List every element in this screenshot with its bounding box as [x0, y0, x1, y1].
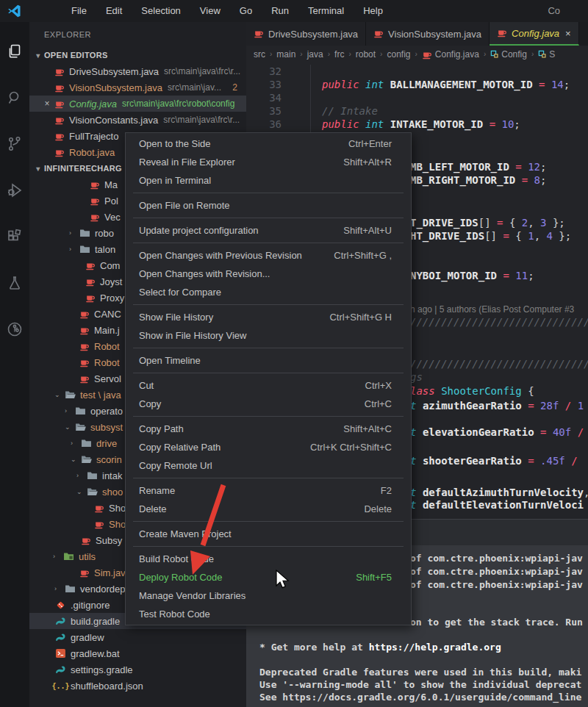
- json-icon: {..}: [54, 682, 67, 690]
- tab-close-icon[interactable]: ×: [565, 28, 571, 39]
- context-menu-item[interactable]: RenameF2: [126, 481, 411, 500]
- menubar-item-selection[interactable]: Selection: [132, 0, 190, 22]
- menubar-item-help[interactable]: Help: [354, 0, 392, 22]
- breadcrumb-label: config: [387, 49, 410, 60]
- breadcrumb-item[interactable]: main: [276, 49, 295, 60]
- java-file-icon: [497, 27, 507, 40]
- context-menu-item[interactable]: Copy PathShift+Alt+C: [126, 420, 411, 438]
- context-menu-item[interactable]: Open to the SideCtrl+Enter: [126, 134, 411, 153]
- context-menu-item[interactable]: Copy Remote Url: [126, 456, 411, 475]
- folder-icon: [80, 439, 93, 448]
- context-menu-item[interactable]: Open Changes with Previous RevisionCtrl+…: [126, 246, 411, 265]
- breadcrumb-item[interactable]: robot: [356, 49, 376, 60]
- open-editor-row[interactable]: VisionSubsystem.javasrc\main\jav...2: [29, 79, 246, 96]
- tree-item-label: Ma: [104, 179, 118, 190]
- titlebar: FileEditSelectionViewGoRunTerminalHelp C…: [0, 0, 588, 22]
- context-menu-item[interactable]: Select for Compare: [126, 283, 411, 301]
- java-file-icon: [254, 28, 264, 40]
- context-menu-item[interactable]: Test Robot Code: [126, 605, 411, 623]
- tree-row[interactable]: settings.gradle: [29, 661, 246, 678]
- code-line: gs: [410, 370, 423, 384]
- tree-item-label: gradlew.bat: [71, 648, 120, 659]
- breadcrumb-item[interactable]: config: [387, 49, 410, 60]
- editor-tab[interactable]: DriveSubsystem.java: [246, 22, 366, 46]
- breadcrumb-item[interactable]: Config.java: [422, 49, 479, 60]
- open-editor-row[interactable]: VisionConstants.javasrc\main\java\frc\r.…: [29, 112, 246, 128]
- activity-extensions-icon[interactable]: [0, 218, 29, 256]
- menubar-item-go[interactable]: Go: [230, 0, 262, 22]
- menu-item-label: Copy Path: [139, 423, 184, 434]
- context-menu-item[interactable]: CopyCtrl+C: [126, 395, 411, 413]
- breadcrumb-item[interactable]: java: [307, 49, 323, 60]
- gradle-icon: [54, 665, 67, 674]
- folder-icon: [79, 245, 91, 254]
- breadcrumb-separator-icon: ›: [348, 50, 351, 58]
- context-menu-item[interactable]: Open Changes with Revision...: [126, 265, 411, 283]
- open-editor-row[interactable]: DriveSubsystem.javasrc\main\java\frc\r..…: [29, 63, 246, 79]
- java-file-icon: [78, 357, 90, 367]
- breadcrumb-item[interactable]: frc: [334, 49, 344, 60]
- terminal-line: See https://docs.gradle.org/6.0.1/usergu…: [259, 691, 581, 703]
- chevron-down-icon: ⌄: [76, 488, 86, 495]
- context-menu-item[interactable]: Create Maven Project: [126, 525, 411, 543]
- context-menu-item[interactable]: Reveal in File ExplorerShift+Alt+R: [126, 153, 411, 171]
- context-menu-item[interactable]: Open Timeline: [126, 351, 411, 370]
- context-menu-item[interactable]: Open File on Remote: [126, 196, 411, 215]
- code-line: t shooterGearRatio = .45f /: [410, 454, 578, 467]
- window-title: Co: [548, 0, 560, 22]
- menu-item-label: Cut: [139, 380, 154, 391]
- menu-item-label: Open File on Remote: [139, 200, 230, 211]
- menu-item-shortcut: Delete: [364, 503, 392, 514]
- activity-source-control-icon[interactable]: [0, 125, 29, 163]
- context-menu-item[interactable]: Open in Terminal: [126, 171, 411, 190]
- menu-item-shortcut: Ctrl+Enter: [348, 138, 392, 149]
- editor-tab[interactable]: VisionSubsystem.java: [366, 22, 490, 46]
- folder-icon: [74, 406, 87, 415]
- context-menu-item[interactable]: CutCtrl+X: [126, 376, 411, 395]
- line-number: 36: [259, 118, 282, 131]
- activity-explorer-files-icon[interactable]: [0, 32, 29, 71]
- open-editors-header[interactable]: ▾ OPEN EDITORS: [29, 47, 246, 63]
- menubar-item-edit[interactable]: Edit: [96, 0, 132, 22]
- breadcrumb-separator-icon: ›: [415, 50, 417, 58]
- context-menu-item[interactable]: Show in File History View: [126, 326, 411, 345]
- java-file-icon: [84, 260, 96, 270]
- activity-git-graph-icon[interactable]: [0, 310, 29, 348]
- menu-item-shortcut: Ctrl+X: [365, 380, 392, 391]
- open-editor-path: src\main\java\frc\r...: [163, 115, 240, 125]
- breadcrumb[interactable]: src›main›java›frc›robot›config›Config.ja…: [246, 46, 588, 62]
- java-file-icon: [373, 28, 384, 40]
- activity-test-beaker-icon[interactable]: [0, 264, 29, 302]
- menubar-item-terminal[interactable]: Terminal: [298, 0, 354, 22]
- code-line: HT_DRIVE_IDS[] = { 1, 4 };: [410, 229, 571, 243]
- open-editor-row[interactable]: ×Config.javasrc\main\java\frc\robot\conf…: [29, 96, 246, 112]
- menu-item-shortcut: Shift+Alt+R: [343, 157, 392, 168]
- open-editor-label: FullTrajecto: [69, 131, 118, 142]
- editor-tab[interactable]: Config.java×: [490, 22, 579, 46]
- tree-row[interactable]: gradlew: [29, 629, 246, 645]
- gradle-icon: [54, 633, 67, 642]
- breadcrumb-item[interactable]: Config: [490, 49, 527, 60]
- context-menu-item[interactable]: DeleteDelete: [126, 500, 411, 518]
- menubar-item-view[interactable]: View: [190, 0, 230, 22]
- tree-item-label: robo: [95, 228, 114, 239]
- context-menu-item[interactable]: Update project configurationShift+Alt+U: [126, 221, 411, 240]
- tree-item-label: talon: [95, 244, 115, 255]
- close-icon[interactable]: ×: [41, 98, 53, 109]
- breadcrumb-item[interactable]: src: [254, 49, 265, 60]
- context-menu-item[interactable]: Copy Relative PathCtrl+K Ctrl+Shift+C: [126, 438, 411, 456]
- tree-row[interactable]: gradlew.bat: [29, 645, 246, 661]
- activity-search-icon[interactable]: [0, 79, 29, 117]
- activity-run-debug-icon[interactable]: [0, 171, 29, 209]
- menubar-item-run[interactable]: Run: [262, 0, 298, 22]
- context-menu-item[interactable]: Deploy Robot CodeShift+F5: [126, 568, 411, 586]
- tree-item-label: subsyst: [90, 422, 123, 433]
- breadcrumb-item[interactable]: S: [538, 49, 555, 60]
- context-menu-item[interactable]: Manage Vendor Libraries: [126, 586, 411, 605]
- context-menu-item[interactable]: Build Robot Code: [126, 550, 411, 568]
- java-file-icon: [84, 276, 96, 287]
- tree-row[interactable]: {..}shuffleboard.json: [29, 678, 246, 694]
- context-menu-item[interactable]: Show File HistoryCtrl+Shift+G H: [126, 308, 411, 326]
- menu-item-shortcut: Ctrl+Shift+G H: [329, 312, 392, 323]
- menubar-item-file[interactable]: File: [62, 0, 96, 22]
